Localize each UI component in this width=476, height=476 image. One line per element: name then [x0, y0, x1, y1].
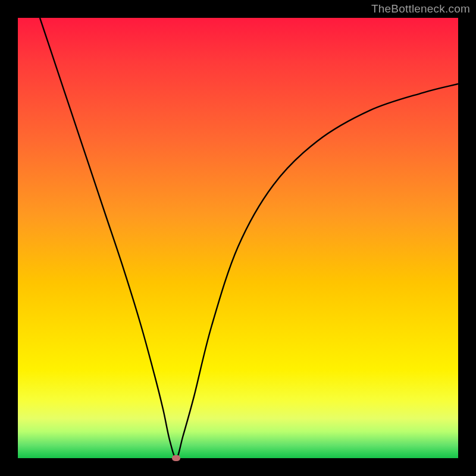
chart-frame: TheBottleneck.com: [0, 0, 476, 476]
plot-area: [18, 18, 458, 458]
bottleneck-curve-path: [40, 18, 458, 458]
curve-svg: [18, 18, 458, 458]
watermark-label: TheBottleneck.com: [371, 2, 470, 15]
minimum-marker: [172, 455, 180, 461]
